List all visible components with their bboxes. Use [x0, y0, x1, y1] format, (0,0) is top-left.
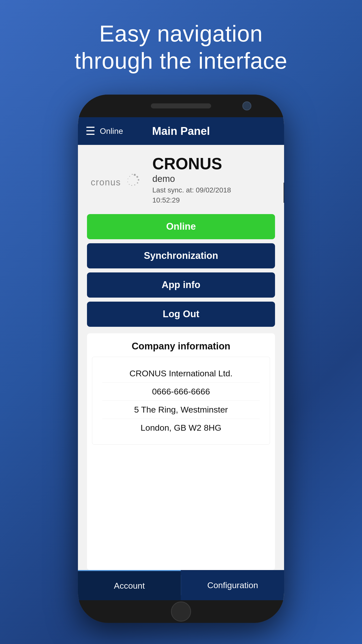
header-online-label: Online	[100, 127, 123, 136]
company-information-card: Company information CRONUS International…	[87, 333, 275, 570]
svg-point-2	[137, 176, 138, 178]
svg-point-6	[131, 185, 132, 186]
company-information-title: Company information	[87, 341, 275, 352]
bottom-navigation: Account Configuration	[78, 570, 284, 600]
phone-side-button	[284, 183, 284, 203]
company-address2: London, GB W2 8HG	[102, 419, 260, 437]
svg-point-1	[134, 174, 136, 176]
svg-point-5	[134, 184, 135, 185]
phone-home-button[interactable]	[171, 601, 191, 622]
app-header: ☰ Online Main Panel	[78, 117, 284, 145]
company-info-block: CRONUS demo Last sync. at: 09/02/2018 10…	[152, 155, 231, 205]
online-button[interactable]: Online	[87, 214, 275, 239]
svg-point-7	[129, 184, 130, 185]
page-headline: Easy navigation through the interface	[75, 20, 288, 74]
phone-speaker	[151, 103, 211, 108]
company-section: cronus	[87, 155, 275, 205]
phone-device: ☰ Online Main Panel cronus	[78, 95, 284, 623]
svg-text:cronus: cronus	[91, 177, 121, 187]
svg-point-8	[127, 182, 128, 182]
svg-point-9	[128, 179, 128, 179]
company-name: CRONUS	[152, 155, 231, 173]
company-phone: 0666-666-6666	[102, 383, 260, 401]
main-content: cronus	[78, 145, 284, 570]
company-logo: cronus	[87, 166, 145, 194]
svg-point-11	[132, 174, 133, 175]
svg-point-3	[138, 179, 139, 181]
synchronization-button[interactable]: Synchronization	[87, 243, 275, 268]
nav-account[interactable]: Account	[78, 570, 181, 600]
log-out-button[interactable]: Log Out	[87, 302, 275, 327]
phone-bottom-bar	[78, 600, 284, 623]
phone-screen: ☰ Online Main Panel cronus	[78, 117, 284, 600]
svg-point-10	[129, 176, 130, 177]
company-address1: 5 The Ring, Westminster	[102, 401, 260, 419]
hamburger-icon[interactable]: ☰	[85, 126, 95, 137]
company-full-name: CRONUS International Ltd.	[102, 365, 260, 383]
svg-point-4	[137, 182, 138, 184]
phone-camera	[242, 101, 251, 110]
app-info-button[interactable]: App info	[87, 272, 275, 298]
company-demo: demo	[152, 174, 231, 184]
nav-configuration[interactable]: Configuration	[181, 570, 284, 600]
company-information-inner: CRONUS International Ltd. 0666-666-6666 …	[92, 357, 270, 445]
company-sync: Last sync. at: 09/02/2018 10:52:29	[152, 185, 231, 205]
header-title: Main Panel	[152, 125, 210, 137]
phone-top-bar	[78, 95, 284, 117]
